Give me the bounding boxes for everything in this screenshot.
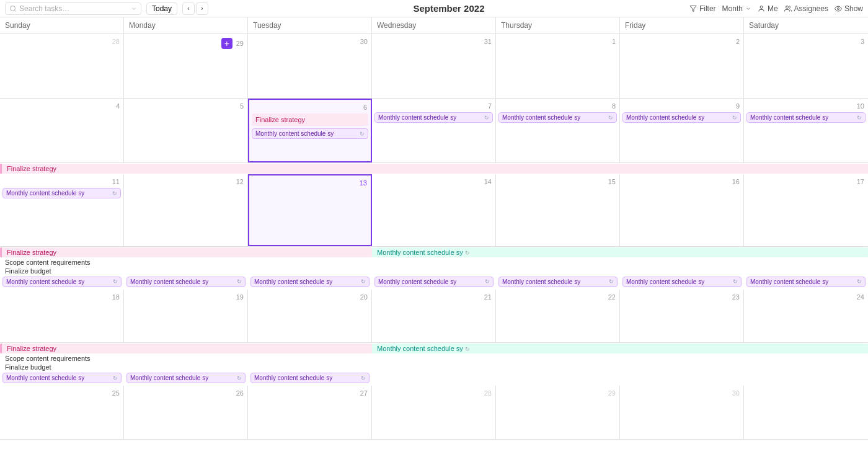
cell-sep26[interactable]: 26	[124, 386, 248, 439]
date-sep22: 22	[498, 292, 617, 303]
cell-sep10[interactable]: 10 Monthly content schedule sy ↻	[744, 99, 868, 162]
calendar-container: Search tasks… Today ‹ › September 2022 F…	[0, 0, 868, 440]
add-task-button[interactable]: +	[221, 38, 232, 49]
finalize-strategy-event-6[interactable]: Finalize strategy	[252, 113, 368, 126]
search-box[interactable]: Search tasks…	[5, 2, 141, 15]
week3-tag-wed: Monthly content schedule sy ↻	[372, 275, 496, 290]
cell-sep30[interactable]: 30	[620, 386, 744, 439]
monthly-content-event-7[interactable]: Monthly content schedule sy ↻	[374, 112, 493, 123]
svg-point-4	[786, 6, 788, 8]
cell-sep24[interactable]: 24	[744, 290, 868, 343]
cell-sep16[interactable]: 16	[620, 174, 744, 246]
scope-content-row[interactable]: Scope content requirements	[0, 258, 868, 267]
monthly-content-event-11[interactable]: Monthly content schedule sy ↻	[2, 188, 121, 198]
cell-sep30[interactable]: 30	[248, 34, 372, 98]
monthly-content-event-9[interactable]: Monthly content schedule sy ↻	[622, 112, 741, 123]
month-button[interactable]: Month	[722, 4, 751, 13]
users-icon	[784, 5, 792, 12]
today-button[interactable]: Today	[146, 2, 177, 15]
monthly-content-event-24[interactable]: Monthly content schedule sy ↻	[746, 277, 866, 287]
cell-sep27[interactable]: 27	[248, 386, 372, 439]
monthly-content-event-27[interactable]: Monthly content schedule sy ↻	[250, 373, 370, 383]
date-sep13: 13	[252, 178, 368, 189]
finalize-strategy-span-bar-week2[interactable]: Finalize strategy	[0, 164, 868, 174]
svg-line-1	[14, 10, 16, 11]
cell-sep5[interactable]: 5	[124, 99, 248, 162]
monthly-content-event-8[interactable]: Monthly content schedule sy ↻	[498, 112, 617, 123]
date-sep5: 5	[126, 101, 245, 112]
filter-button[interactable]: Filter	[689, 4, 716, 13]
chevron-down-icon	[131, 6, 137, 12]
cell-sep18[interactable]: 18	[0, 290, 124, 343]
monthly-content-event-6[interactable]: Monthly content schedule sy ↻	[252, 128, 368, 139]
sync-icon-19: ↻	[237, 278, 242, 285]
finalize-strategy-span-week4[interactable]: Finalize strategy	[0, 344, 372, 353]
monthly-content-event-19[interactable]: Monthly content schedule sy ↻	[126, 277, 246, 287]
monthly-content-span-wed-sat[interactable]: Monthly content schedule sy ↻	[372, 247, 868, 257]
cell-sep6[interactable]: 6 Finalize strategy Monthly content sche…	[248, 99, 372, 162]
next-month-button[interactable]: ›	[196, 2, 208, 15]
cell-sep15[interactable]: 15	[496, 174, 620, 246]
nav-arrows: ‹ ›	[182, 2, 208, 15]
week4-spans: Finalize strategy Monthly content schedu…	[0, 343, 868, 354]
me-button[interactable]: Me	[758, 4, 778, 13]
cell-sep28[interactable]: 28	[372, 386, 496, 439]
monthly-content-span-week4[interactable]: Monthly content schedule sy ↻	[372, 344, 868, 353]
cell-empty[interactable]	[744, 386, 868, 439]
week4-tag-thu	[496, 371, 620, 386]
date-sep30: 30	[250, 37, 369, 48]
week4-tag-wed	[372, 371, 496, 386]
date-sep1: 1	[498, 37, 617, 48]
finalize-budget-row-w4[interactable]: Finalize budget	[0, 363, 868, 371]
cell-sep13[interactable]: 13	[248, 174, 372, 246]
sync-icon-24: ↻	[857, 278, 862, 285]
cell-sep9[interactable]: 9 Monthly content schedule sy ↻	[620, 99, 744, 162]
monthly-content-event-22[interactable]: Monthly content schedule sy ↻	[498, 277, 618, 287]
cell-sep1[interactable]: 1	[496, 34, 620, 98]
cell-sep3[interactable]: 3	[744, 34, 868, 98]
cell-sep8[interactable]: 8 Monthly content schedule sy ↻	[496, 99, 620, 162]
sync-icon-9: ↻	[732, 115, 737, 121]
cell-sep7[interactable]: 7 Monthly content schedule sy ↻	[372, 99, 496, 162]
finalize-budget-row[interactable]: Finalize budget	[0, 267, 868, 275]
week-4: Finalize strategy Monthly content schedu…	[0, 343, 868, 440]
scope-content-row-w4[interactable]: Scope content requirements	[0, 354, 868, 363]
monthly-content-event-25[interactable]: Monthly content schedule sy ↻	[2, 373, 122, 383]
cell-sep4[interactable]: 4	[0, 99, 124, 162]
date-sep4: 4	[2, 101, 121, 112]
date-sep2: 2	[622, 37, 741, 48]
monthly-content-event-10[interactable]: Monthly content schedule sy ↻	[746, 112, 866, 123]
show-button[interactable]: Show	[835, 4, 863, 13]
date-sep18: 18	[2, 292, 121, 303]
cell-sep20[interactable]: 20	[248, 290, 372, 343]
finalize-strategy-span-week3[interactable]: Finalize strategy	[0, 247, 372, 257]
cell-sep12[interactable]: 12	[124, 174, 248, 246]
date-sep31: 31	[374, 37, 493, 48]
cell-sep22[interactable]: 22	[496, 290, 620, 343]
cell-sep31[interactable]: 31	[372, 34, 496, 98]
week3-tag-fri: Monthly content schedule sy ↻	[620, 275, 744, 290]
cell-sep25[interactable]: 25	[0, 386, 124, 439]
cell-sep21[interactable]: 21	[372, 290, 496, 343]
cell-sep17[interactable]: 17	[744, 174, 868, 246]
monthly-content-event-20[interactable]: Monthly content schedule sy ↻	[250, 277, 370, 287]
eye-icon	[835, 5, 842, 12]
cell-aug29[interactable]: + 29	[124, 34, 248, 98]
date-sep15: 15	[498, 177, 617, 188]
cell-sep29[interactable]: 29	[496, 386, 620, 439]
week3-tag-sun: Monthly content schedule sy ↻	[0, 275, 124, 290]
week4-tag-mon: Monthly content schedule sy ↻	[124, 371, 248, 386]
assignees-button[interactable]: Assignees	[784, 4, 828, 13]
prev-month-button[interactable]: ‹	[182, 2, 195, 15]
monthly-content-event-18[interactable]: Monthly content schedule sy ↻	[2, 277, 122, 287]
cell-aug28[interactable]: 28	[0, 34, 124, 98]
cell-sep23[interactable]: 23	[620, 290, 744, 343]
cell-sep19[interactable]: 19	[124, 290, 248, 343]
week4-tag-tue: Monthly content schedule sy ↻	[248, 371, 372, 386]
monthly-content-event-21[interactable]: Monthly content schedule sy ↻	[374, 277, 494, 287]
cell-sep2[interactable]: 2	[620, 34, 744, 98]
cell-sep11[interactable]: 11 Monthly content schedule sy ↻	[0, 174, 124, 246]
monthly-content-event-26[interactable]: Monthly content schedule sy ↻	[126, 373, 246, 383]
cell-sep14[interactable]: 14	[372, 174, 496, 246]
monthly-content-event-23[interactable]: Monthly content schedule sy ↻	[622, 277, 742, 287]
